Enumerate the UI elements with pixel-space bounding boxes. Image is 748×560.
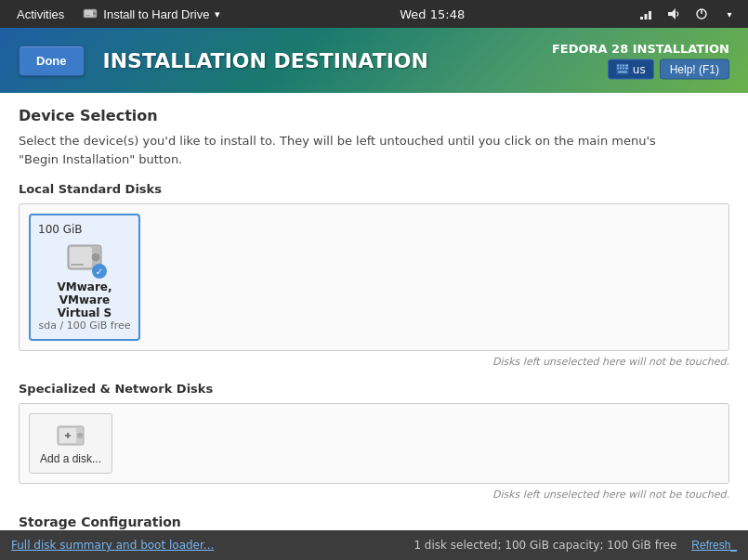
svg-rect-17 xyxy=(623,68,624,70)
disk-name: VMware, VMware Virtual S xyxy=(38,280,131,319)
svg-rect-15 xyxy=(617,68,619,70)
fedora-info: FEDORA 28 INSTALLATION us Help! (F1) xyxy=(552,42,729,80)
add-disk-icon xyxy=(56,423,85,449)
network-disks-label: Specialized & Network Disks xyxy=(19,382,729,396)
lang-code: us xyxy=(633,63,646,76)
svg-rect-11 xyxy=(617,65,619,67)
disk-meta: sda / 100 GiB free xyxy=(39,319,131,332)
fedora-label: FEDORA 28 INSTALLATION xyxy=(552,42,729,56)
svg-marker-7 xyxy=(668,8,676,20)
disk-item-sda[interactable]: 100 GiB ✓ VMware, VMware Virtual S sda /… xyxy=(29,214,140,341)
topbar-right-icons: ▾ xyxy=(635,3,741,25)
disk-icon-wrap: ✓ xyxy=(66,241,103,275)
power-chevron-icon[interactable]: ▾ xyxy=(718,3,741,25)
topbar: Activities Install to Hard Drive ▾ Wed 1… xyxy=(0,0,748,28)
add-disk-button[interactable]: Add a disk... xyxy=(29,413,112,474)
local-disks-hint: Disks left unselected here will not be t… xyxy=(19,356,729,368)
device-selection-title: Device Selection xyxy=(19,107,729,124)
desc-text: Select the device(s) you'd like to insta… xyxy=(19,134,656,166)
install-to-hard-drive-button[interactable]: Install to Hard Drive ▾ xyxy=(73,0,230,28)
add-disk-label: Add a disk... xyxy=(40,452,101,465)
volume-icon[interactable] xyxy=(663,3,685,25)
svg-point-2 xyxy=(93,12,96,15)
svg-rect-4 xyxy=(640,17,643,20)
keyboard-icon xyxy=(616,64,629,75)
header: Done INSTALLATION DESTINATION FEDORA 28 … xyxy=(0,28,748,93)
local-disks-label: Local Standard Disks xyxy=(19,182,729,196)
svg-rect-3 xyxy=(85,15,90,16)
clock-display: Wed 15:48 xyxy=(230,7,635,21)
svg-rect-5 xyxy=(645,14,648,20)
network-disks-hint: Disks left unselected here will not be t… xyxy=(19,488,729,501)
svg-rect-19 xyxy=(618,72,627,73)
disk-summary-text: 1 disk selected; 100 GiB capacity; 100 G… xyxy=(223,539,682,552)
bottombar: Full disk summary and boot loader... 1 d… xyxy=(0,530,748,560)
disk-size: 100 GiB xyxy=(38,223,83,236)
svg-rect-23 xyxy=(71,264,84,266)
svg-rect-12 xyxy=(620,65,622,67)
language-selector[interactable]: us xyxy=(608,59,654,80)
network-disks-grid: Add a disk... xyxy=(19,403,729,484)
svg-point-26 xyxy=(77,433,83,438)
main-content: Device Selection Select the device(s) yo… xyxy=(0,93,748,530)
activities-label: Activities xyxy=(17,7,64,21)
hdd-icon xyxy=(83,6,98,23)
install-label: Install to Hard Drive xyxy=(103,7,209,21)
power-icon[interactable] xyxy=(690,3,713,25)
local-disks-grid: 100 GiB ✓ VMware, VMware Virtual S sda /… xyxy=(19,203,729,351)
refresh-button[interactable]: Refresh_ xyxy=(691,539,737,552)
storage-config-title: Storage Configuration xyxy=(19,514,729,529)
svg-point-22 xyxy=(92,254,99,261)
network-icon[interactable] xyxy=(635,3,657,25)
activities-button[interactable]: Activities xyxy=(7,0,73,28)
selected-checkmark: ✓ xyxy=(92,264,107,279)
full-disk-summary-link[interactable]: Full disk summary and boot loader... xyxy=(11,539,214,552)
help-button[interactable]: Help! (F1) xyxy=(660,59,729,80)
done-button[interactable]: Done xyxy=(19,46,85,76)
lang-help-bar: us Help! (F1) xyxy=(608,59,729,80)
svg-rect-14 xyxy=(625,65,628,67)
svg-rect-18 xyxy=(625,68,628,70)
svg-rect-13 xyxy=(623,65,624,67)
install-chevron: ▾ xyxy=(215,8,220,20)
svg-rect-16 xyxy=(620,68,622,70)
device-selection-description: Select the device(s) you'd like to insta… xyxy=(19,132,729,168)
page-title: INSTALLATION DESTINATION xyxy=(103,49,428,72)
svg-rect-6 xyxy=(649,11,651,20)
